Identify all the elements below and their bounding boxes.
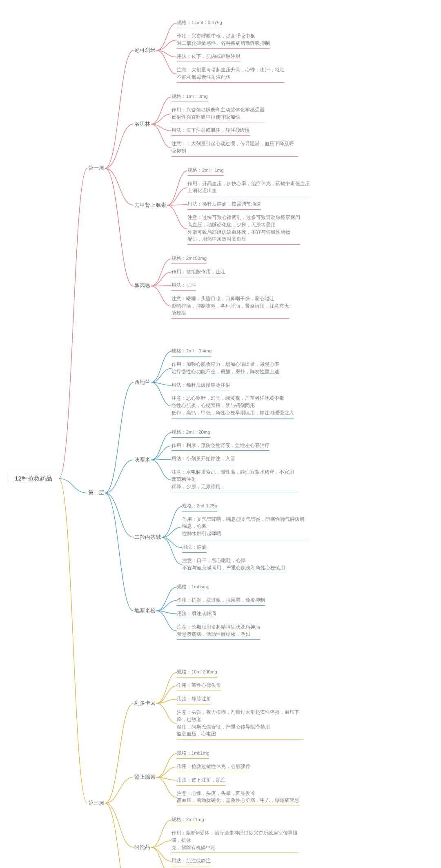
leaf-text: 规格：2ml：1mg	[187, 166, 224, 176]
drug-label: 肾上腺素	[134, 772, 156, 782]
leaf-row: 用法：小剂量开始静注，入管	[172, 452, 298, 466]
leaf-row: 规格：2ml:0.25g	[182, 500, 309, 513]
leaf-text: 作用：加强心肌收缩力，增加心输出量，减慢心率 治疗慢性心功能不全，房颤，房扑，阵…	[172, 360, 279, 377]
leaf-text: 用法：皮下注射或肌注，静注须缓慢	[172, 126, 250, 136]
leaf-text: 用法：小剂量开始静注，入管	[172, 454, 235, 464]
leaf-list: 规格：2ml：0.4mg作用：加强心肌收缩力，增加心输出量，减慢心率 治疗慢性心…	[172, 345, 294, 420]
leaf-row: 规格：1.5ml：0.375g	[177, 16, 285, 30]
leaf-text: 用法：稀释后静滴，按需调节滴速	[187, 199, 261, 210]
leaf-row: 规格：2ml：0.4mg	[172, 345, 294, 358]
drug-connector	[151, 813, 172, 868]
drug-row: 异丙嗪规格：2ml:50mg作用：抗组胺作用，止吐用法：肌注注意：嗜睡，头昏目眩…	[134, 252, 310, 320]
leaf-text: 作用：阻断M受体，治疗迷走神经过度兴奋所致房室传导阻滞，抗休 克，解除有机磷中毒	[172, 828, 298, 853]
leaf-row: 注意：嗜睡，头昏目眩，口鼻咽干燥，恶心呕吐 影响排痰，抑制咳嗽，各种肝病，肾衰慎…	[172, 292, 289, 320]
leaf-text: 注意：水电解质紊乱，碱性高，静注宜盐水稀释，不宜用葡萄糖注射 稀释，少尿，无尿停…	[172, 467, 298, 492]
leaf-row: 规格：1ml：3mg	[172, 90, 298, 104]
leaf-text: 用法：皮下，肌肉或静脉注射	[177, 52, 241, 62]
leaf-text: 用法：肌注或静注	[172, 856, 211, 866]
drug-connector	[156, 666, 177, 741]
drug-connector	[151, 90, 172, 158]
leaf-row: 作用：兴奋颈动脉窦和主动脉体化学感受器 反射性兴奋呼吸中枢使呼吸加快	[172, 104, 298, 124]
drug-connector	[151, 345, 172, 420]
drug-row: 尼可刹米规格：1.5ml：0.375g作用：兴奋呼吸中枢，提高呼吸中枢 对二氧化…	[134, 16, 310, 84]
drug-label: 呋塞米	[134, 455, 151, 465]
leaf-row: 用法：皮下注射或肌注，静注须缓慢	[172, 124, 298, 137]
leaf-text: 作用：抢救过敏性休克，心脏骤停	[177, 762, 250, 772]
leaf-row: 用法：肌注或静注	[172, 855, 298, 868]
drug-connector	[156, 580, 177, 641]
drug-row: 呋塞米规格：2ml：20mg作用：利尿，预防急性肾衰，急性左心衰治疗用法：小剂量…	[134, 426, 309, 494]
drug-connector	[151, 426, 172, 494]
drug-label: 西地兰	[134, 377, 151, 388]
leaf-row: 作用：抗炎，抗过敏，抗风湿，免疫抑制	[177, 594, 265, 607]
drug-label: 异丙嗪	[134, 281, 151, 291]
drug-row: 肾上腺素规格：1ml:1mg作用：抢救过敏性休克，心脏骤停用法：皮下注射，肌注注…	[134, 747, 303, 808]
leaf-row: 用法：肌注或静滴	[177, 607, 265, 621]
leaf-text: 作用：室性心律失常	[177, 681, 221, 691]
leaf-row: 注意：心悸，头疼，头晕，四肢发冷 高血压，脑动脉硬化，器质性心脏病，甲亢，糖尿病…	[177, 787, 299, 808]
root-node: 12种抢救药品	[8, 470, 59, 487]
drug-label: 利多卡因	[134, 698, 156, 709]
leaf-text: 用法：肌注或静滴	[177, 609, 216, 619]
leaf-text: 注意：：大剂量引起心动过缓，传导阻滞，血压下降及呼吸抑制	[172, 139, 298, 157]
leaf-row: 用法：静脉注射	[177, 693, 303, 706]
leaf-list: 规格：1.5ml：0.375g作用：兴奋呼吸中枢，提高呼吸中枢 对二氧化碳敏感性…	[177, 16, 285, 84]
leaf-list: 规格：10ml:200mg作用：室性心律失常用法：静脉注射注意：头昏，视力模糊，…	[177, 666, 303, 741]
tier-connector	[105, 345, 134, 641]
leaf-text: 规格：2ml:0.25g	[182, 501, 218, 512]
drug-row: 去甲肾上腺素规格：2ml：1mg作用：升高血压，加快心率，治疗休克，药物中毒低血…	[134, 164, 310, 247]
leaf-text: 规格：1.5ml：0.375g	[177, 18, 222, 28]
leaf-row: 用法：皮下，肌肉或静脉注射	[177, 50, 285, 64]
leaf-list: 规格：1ml：3mg作用：兴奋颈动脉窦和主动脉体化学感受器 反射性兴奋呼吸中枢使…	[172, 90, 298, 158]
drug-connector	[151, 252, 172, 320]
leaf-row: 作用：室性心律失常	[177, 679, 303, 693]
leaf-list: 规格：2ml：20mg作用：利尿，预防急性肾衰，急性左心衰治疗用法：小剂量开始静…	[172, 426, 298, 494]
drug-label: 阿托品	[134, 842, 151, 852]
drug-list: 利多卡因规格：10ml:200mg作用：室性心律失常用法：静脉注射注意：头昏，视…	[134, 666, 303, 868]
leaf-list: 规格：1ml:5mg作用：抗炎，抗过敏，抗风湿，免疫抑制用法：肌注或静滴注意：长…	[177, 580, 265, 641]
leaf-row: 规格：1ml:5mg	[177, 580, 265, 594]
leaf-row: 用法：静滴	[182, 541, 309, 554]
leaf-list: 规格：2ml：1mg作用：升高血压，加快心率，治疗休克，药物中毒低血压 上消化道…	[187, 164, 310, 247]
leaf-text: 作用：抗炎，抗过敏，抗风湿，免疫抑制	[177, 596, 265, 606]
leaf-row: 规格：2ml:50mg	[172, 252, 289, 266]
leaf-row: 规格：1ml:1mg	[177, 747, 299, 760]
leaf-row: 作用：加强心肌收缩力，增加心输出量，减慢心率 治疗慢性心功能不全，房颤，房扑，阵…	[172, 358, 294, 379]
leaf-row: 作用：兴奋呼吸中枢，提高呼吸中枢 对二氧化碳敏感性。各种疾病所致呼吸抑制	[177, 30, 285, 51]
leaf-row: 注意：口干，恶心呕吐，心悸 不宜与氨茶碱同用，严重心肌炎和急性心梗慎用	[182, 554, 309, 575]
tier-row: 第一层尼可刹米规格：1.5ml：0.375g作用：兴奋呼吸中枢，提高呼吸中枢 对…	[87, 16, 310, 320]
leaf-list: 规格：1ml:1mg作用：抢救过敏性休克，心脏骤停用法：皮下注射，肌注注意：心悸…	[177, 747, 299, 808]
drug-label: 洛贝林	[134, 119, 151, 129]
leaf-list: 规格：2ml:0.25g作用：支气管哮喘，喘息型支气管炎，阻塞性肺气肿缓解喘息，…	[182, 500, 309, 575]
drug-label: 去甲肾上腺素	[134, 200, 167, 210]
tier-row: 第三层利多卡因规格：10ml:200mg作用：室性心律失常用法：静脉注射注意：头…	[87, 666, 310, 868]
leaf-text: 用法：皮下注射，肌注	[177, 775, 226, 786]
leaf-row: 用法：皮下注射，肌注	[177, 774, 299, 787]
drug-row: 地塞米松规格：1ml:5mg作用：抗炎，抗过敏，抗风湿，免疫抑制用法：肌注或静滴…	[134, 580, 309, 641]
leaf-text: 作用：支气管哮喘，喘息型支气管炎，阻塞性肺气肿缓解喘息，心源 性肺水肿引起哮喘	[182, 515, 309, 539]
leaf-text: 规格：2ml：0.4mg	[172, 346, 212, 356]
leaf-text: 规格：10ml:200mg	[177, 667, 217, 678]
leaf-text: 用法：静滴	[182, 542, 207, 553]
leaf-text: 注意：大剂量可引起血压升高，心悸，出汗，呕吐 不能和氯霉素注射液配伍	[177, 65, 285, 83]
tier-label: 第二层	[87, 488, 105, 498]
leaf-text: 规格：2ml：20mg	[172, 427, 210, 438]
drug-row: 二羟丙茶碱规格：2ml:0.25g作用：支气管哮喘，喘息型支气管炎，阻塞性肺气肿…	[134, 500, 309, 575]
leaf-row: 规格：2ml：20mg	[172, 426, 298, 439]
leaf-row: 注意：过快可致心律紊乱，过多可致肾动脉痉挛尿闭 高血压，动脉硬化症，少尿，无尿等…	[187, 211, 310, 246]
leaf-text: 作用：升高血压，加快心率，治疗休克，药物中毒低血压 上消化道出血	[187, 179, 310, 197]
tier-connector	[105, 16, 134, 320]
leaf-row: 作用：利尿，预防急性肾衰，急性左心衰治疗	[172, 439, 298, 453]
leaf-text: 规格：1ml:5mg	[177, 582, 209, 592]
drug-row: 阿托品规格：2ml:1mg作用：阻断M受体，治疗迷走神经过度兴奋所致房室传导阻滞…	[134, 813, 303, 868]
leaf-text: 规格：2ml:50mg	[172, 254, 207, 264]
leaf-text: 用法：静脉注射	[177, 694, 211, 704]
root-connector	[59, 16, 87, 868]
drug-label: 尼可刹米	[134, 45, 156, 55]
leaf-text: 作用：兴奋呼吸中枢，提高呼吸中枢 对二氧化碳敏感性。各种疾病所致呼吸抑制	[177, 31, 270, 49]
leaf-text: 用法：肌注	[172, 281, 196, 291]
drug-list: 尼可刹米规格：1.5ml：0.375g作用：兴奋呼吸中枢，提高呼吸中枢 对二氧化…	[134, 16, 310, 320]
leaf-row: 注意：：大剂量引起心动过缓，传导阻滞，血压下降及呼吸抑制	[172, 137, 298, 158]
leaf-row: 作用：抢救过敏性休克，心脏骤停	[177, 760, 299, 774]
drug-connector	[156, 747, 177, 808]
